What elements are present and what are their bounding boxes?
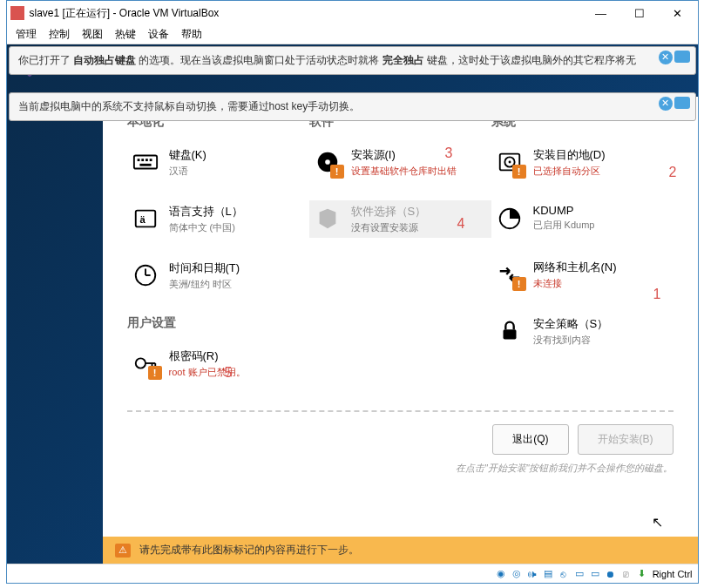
setting-keyboard[interactable]: 键盘(K) 汉语 bbox=[127, 144, 309, 181]
anaconda-installer-panel: 本地化 键盘(K) 汉语 ä 语言支持（L） 简体中文 (中国) bbox=[103, 97, 698, 537]
warning-bar: ⚠ 请先完成带有此图标标记的内容再进行下一步。 bbox=[103, 537, 698, 564]
sb-audio-icon[interactable]: 🕪 bbox=[525, 567, 539, 581]
disk-hint: 在点击"开始安装"按钮前我们并不会操作您的磁盘。 bbox=[127, 462, 674, 475]
notification-info-icon[interactable] bbox=[674, 51, 690, 63]
svg-point-14 bbox=[135, 358, 145, 368]
maximize-button[interactable]: ☐ bbox=[623, 3, 656, 23]
window-title: slave1 [正在运行] - Oracle VM VirtualBox bbox=[30, 6, 585, 21]
menu-view[interactable]: 视图 bbox=[82, 27, 103, 42]
button-row: 退出(Q) 开始安装(B) bbox=[127, 424, 674, 455]
svg-rect-7 bbox=[149, 159, 152, 161]
svg-rect-3 bbox=[133, 156, 156, 169]
network-icon: ! bbox=[495, 260, 525, 289]
mouse-cursor: ↖ bbox=[652, 514, 663, 531]
menu-device[interactable]: 设备 bbox=[148, 27, 169, 42]
keyboard-icon bbox=[131, 147, 160, 177]
svg-point-19 bbox=[325, 159, 330, 165]
virtualbox-statusbar: ◉ ◎ 🕪 ▤ ⎋ ▭ ▭ ⏺ ⎚ ⬇ Right Ctrl bbox=[7, 564, 698, 583]
sb-hdd-icon[interactable]: ◉ bbox=[494, 567, 508, 581]
warning-badge-icon: ! bbox=[330, 165, 344, 179]
language-icon: ä bbox=[131, 204, 160, 233]
setting-root-password[interactable]: ! 根密码(R) root 账户已禁用。 5 bbox=[127, 345, 309, 382]
lock-icon bbox=[495, 316, 525, 346]
titlebar: slave1 [正在运行] - Oracle VM VirtualBox — ☐… bbox=[7, 1, 698, 25]
kdump-icon bbox=[495, 204, 525, 233]
notification-close-icon[interactable]: ✕ bbox=[659, 51, 673, 64]
warning-badge-icon: ! bbox=[148, 366, 162, 380]
setting-security[interactable]: 安全策略（S） 没有找到内容 bbox=[491, 313, 674, 350]
annotation-1: 1 bbox=[653, 287, 661, 302]
warning-icon: ⚠ bbox=[115, 544, 131, 558]
setting-install-source[interactable]: ! 安装源(I) 设置基础软件仓库时出错 3 bbox=[309, 144, 491, 181]
svg-rect-6 bbox=[146, 159, 148, 161]
annotation-3: 3 bbox=[445, 145, 453, 161]
setting-kdump[interactable]: KDUMP 已启用 Kdump bbox=[491, 200, 674, 237]
svg-rect-9 bbox=[135, 211, 155, 227]
sb-net-icon[interactable]: ▤ bbox=[541, 567, 555, 581]
svg-rect-24 bbox=[503, 329, 516, 339]
quit-button[interactable]: 退出(Q) bbox=[492, 424, 568, 455]
section-user: 用户设置 bbox=[127, 315, 309, 331]
svg-point-22 bbox=[508, 161, 511, 164]
menu-hotkey[interactable]: 热键 bbox=[115, 27, 136, 42]
svg-rect-8 bbox=[139, 164, 151, 166]
notification-kbd-capture: 你已打开了 自动独占键盘 的选项。现在当该虚拟电脑窗口处于活动状态时就将 完全独… bbox=[9, 46, 696, 75]
warning-badge-icon: ! bbox=[512, 165, 526, 179]
notification-info-icon[interactable] bbox=[674, 97, 690, 109]
menubar: 管理 控制 视图 热键 设备 帮助 bbox=[7, 25, 698, 44]
close-button[interactable]: ✕ bbox=[661, 3, 694, 23]
disk-icon: ! bbox=[495, 147, 525, 177]
guest-desktop: CentOS cn 帮助! 你已打开了 自动独占键盘 的选项。现在当该虚拟电脑窗… bbox=[7, 44, 698, 564]
annotation-4: 4 bbox=[457, 216, 465, 232]
sb-usb-icon[interactable]: ⎋ bbox=[557, 567, 571, 581]
setting-network[interactable]: ! 网络和主机名(N) 未连接 1 bbox=[491, 256, 674, 294]
setting-language[interactable]: ä 语言支持（L） 简体中文 (中国) bbox=[127, 200, 309, 238]
key-icon: ! bbox=[131, 348, 160, 378]
disc-icon: ! bbox=[313, 147, 342, 177]
sb-hostkey-icon[interactable]: ⬇ bbox=[635, 567, 649, 581]
sb-shared-icon[interactable]: ▭ bbox=[572, 567, 586, 581]
virtualbox-window: slave1 [正在运行] - Oracle VM VirtualBox — ☐… bbox=[6, 0, 699, 584]
package-icon bbox=[313, 204, 342, 233]
svg-text:ä: ä bbox=[139, 214, 146, 225]
sb-cd-icon[interactable]: ◎ bbox=[510, 567, 524, 581]
menu-help[interactable]: 帮助 bbox=[181, 27, 202, 42]
annotation-2: 2 bbox=[669, 165, 677, 180]
minimize-button[interactable]: — bbox=[585, 3, 618, 23]
warning-badge-icon: ! bbox=[512, 277, 526, 291]
virtualbox-icon bbox=[10, 6, 24, 20]
sb-display-icon[interactable]: ▭ bbox=[588, 567, 602, 581]
hostkey-label: Right Ctrl bbox=[653, 569, 693, 579]
window-controls: — ☐ ✕ bbox=[585, 3, 694, 23]
sb-capture-icon[interactable]: ⎚ bbox=[619, 567, 633, 581]
menu-manage[interactable]: 管理 bbox=[16, 27, 37, 42]
clock-icon bbox=[131, 260, 160, 290]
setting-install-destination[interactable]: ! 安装目的地(D) 已选择自动分区 2 bbox=[491, 144, 674, 181]
notification-mouse-switch: 当前虚拟电脑中的系统不支持鼠标自动切换，需要通过host key手动切换。 ✕ bbox=[9, 92, 696, 121]
svg-rect-4 bbox=[137, 159, 139, 161]
divider bbox=[127, 410, 674, 412]
svg-rect-5 bbox=[141, 159, 144, 161]
setting-software-selection: 软件选择（S） 没有设置安装源 4 bbox=[309, 200, 491, 238]
sb-rec-icon[interactable]: ⏺ bbox=[604, 567, 618, 581]
notification-close-icon[interactable]: ✕ bbox=[659, 97, 673, 111]
begin-install-button: 开始安装(B) bbox=[578, 424, 674, 455]
annotation-5: 5 bbox=[225, 365, 233, 381]
menu-control[interactable]: 控制 bbox=[49, 27, 70, 42]
setting-time[interactable]: 时间和日期(T) 美洲/纽约 时区 bbox=[127, 257, 309, 294]
